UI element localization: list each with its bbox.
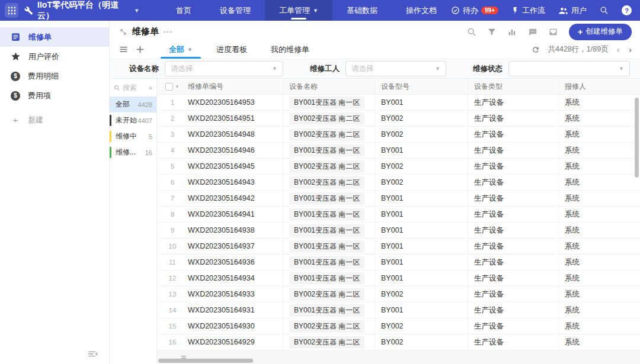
cell-reporter[interactable]: 系统 [559,159,640,174]
table-row[interactable]: 12 WXD202305164934 BY001变压器 南一区 BY001 生产… [157,270,640,286]
column-header-device-type[interactable]: 设备类型 [468,79,559,94]
cell-reporter[interactable]: 系统 [559,239,640,254]
cell-order-no[interactable]: WXD202305164951 [188,114,255,123]
add-view-button[interactable] [136,40,144,59]
cell-device-model[interactable]: BY002 [375,127,468,142]
cell-device-name-chip[interactable]: BY002变压器 南二区 [289,288,364,301]
cell-device-type[interactable]: 生产设备 [468,334,559,350]
cell-reporter[interactable]: 系统 [559,95,640,110]
cell-device-name-chip[interactable]: BY001变压器 南一区 [289,272,364,285]
cell-device-model[interactable]: BY001 [375,207,468,222]
column-header-order-no[interactable]: 维修单编号 [188,82,223,92]
group-item-not-started[interactable]: 未开始 4407 [110,112,156,128]
cell-device-type[interactable]: 生产设备 [468,143,559,158]
nav-item-home[interactable]: 首页 [162,0,206,21]
cell-device-model[interactable]: BY002 [375,286,468,302]
todo-button[interactable]: 待办 99+ [451,5,498,16]
horizontal-scrollbar[interactable] [158,359,253,363]
cell-device-name-chip[interactable]: BY001变压器 南一区 [289,256,364,269]
cell-device-name-chip[interactable]: BY002变压器 南二区 [289,336,364,349]
cell-order-no[interactable]: WXD202305164948 [188,130,255,138]
cell-device-type[interactable]: 生产设备 [468,207,559,222]
more-options-button[interactable]: ··· [164,27,173,36]
cell-device-model[interactable]: BY001 [375,191,468,206]
cell-device-type[interactable]: 生产设备 [468,286,559,302]
tab-all[interactable]: 全部 ▼ [157,40,204,59]
table-row[interactable]: 16 WXD202305164929 BY002变压器 南二区 BY002 生产… [157,334,640,350]
table-row[interactable]: 10 WXD202305164937 BY001变压器 南一区 BY001 生产… [157,239,640,255]
expand-icon[interactable] [119,28,127,36]
column-header-device-name[interactable]: 设备名称 [283,79,375,94]
sidebar-collapse-button[interactable] [88,350,98,359]
table-row[interactable]: 6 WXD202305164943 BY002变压器 南二区 BY002 生产设… [157,175,640,191]
cell-device-type[interactable]: 生产设备 [468,302,559,318]
table-row[interactable]: 2 WXD202305164951 BY002变压器 南二区 BY002 生产设… [157,111,640,127]
cell-device-type[interactable]: 生产设备 [468,270,559,286]
cell-device-model[interactable]: BY002 [375,159,468,174]
collapse-panel-icon[interactable]: « [149,84,152,91]
cell-order-no[interactable]: WXD202305164942 [188,194,255,202]
table-row[interactable]: 4 WXD202305164946 BY001变压器 南一区 BY001 生产设… [157,143,640,159]
cell-device-name-chip[interactable]: BY001变压器 南一区 [289,96,364,109]
cell-order-no[interactable]: WXD202305164931 [188,306,255,314]
cell-order-no[interactable]: WXD202305164941 [188,210,255,218]
column-header-device-model[interactable]: 设备型号 [375,79,468,94]
cell-reporter[interactable]: 系统 [559,334,640,350]
nav-item-device-mgmt[interactable]: 设备管理 [206,0,265,21]
cell-device-type[interactable]: 生产设备 [468,95,559,110]
cell-reporter[interactable]: 系统 [559,143,640,158]
cell-order-no[interactable]: WXD202305164936 [188,258,255,266]
table-row[interactable]: 3 WXD202305164948 BY002变压器 南二区 BY002 生产设… [157,127,640,143]
tab-my-repair-orders[interactable]: 我的维修单 [259,40,321,59]
table-row[interactable]: 11 WXD202305164936 BY001变压器 南一区 BY001 生产… [157,255,640,270]
cell-order-no[interactable]: WXD202305164937 [188,242,255,250]
cell-device-type[interactable]: 生产设备 [468,111,559,126]
cell-device-type[interactable]: 生产设备 [468,127,559,142]
tab-progress-board[interactable]: 进度看板 [204,40,259,59]
sidebar-item-user-ratings[interactable]: 用户评价 [0,47,109,66]
users-button[interactable]: 用户 [558,5,587,16]
comment-icon[interactable] [527,27,537,37]
cell-order-no[interactable]: WXD202305164946 [188,146,255,154]
cell-order-no[interactable]: WXD202305164938 [188,226,255,234]
table-row[interactable]: 15 WXD202305164930 BY002变压器 南二区 BY002 生产… [157,318,640,334]
cell-order-no[interactable]: WXD202305164930 [188,322,255,330]
search-icon[interactable] [467,27,476,37]
workflow-button[interactable]: 工作流 [511,5,545,16]
sidebar-item-repair-orders[interactable]: 维修单 [0,27,109,47]
cell-device-name-chip[interactable]: BY001变压器 南一区 [289,192,364,205]
cell-device-model[interactable]: BY001 [375,302,468,318]
sidebar-new-button[interactable]: + 新建 [0,110,109,130]
cell-reporter[interactable]: 系统 [559,191,640,206]
group-item-repaired[interactable]: 维修... 16 [110,144,156,160]
create-repair-order-button[interactable]: + 创建维修单 [569,24,632,40]
cell-device-name-chip[interactable]: BY001变压器 南一区 [289,304,364,317]
sidebar-item-cost-details[interactable]: $ 费用明细 [0,66,109,86]
help-button[interactable]: ? [622,5,632,15]
cell-device-model[interactable]: BY001 [375,255,468,270]
cell-reporter[interactable]: 系统 [559,127,640,142]
nav-item-docs[interactable]: 操作文档 [392,0,451,21]
cell-device-type[interactable]: 生产设备 [468,191,559,206]
cell-device-name-chip[interactable]: BY001变压器 南一区 [289,224,364,237]
nav-item-base-data[interactable]: 基础数据 [332,0,392,21]
cell-device-model[interactable]: BY001 [375,95,468,110]
cell-device-name-chip[interactable]: BY002变压器 南二区 [289,320,364,333]
table-row[interactable]: 14 WXD202305164931 BY001变压器 南一区 BY001 生产… [157,302,640,318]
cell-device-type[interactable]: 生产设备 [468,223,559,238]
cell-device-name-chip[interactable]: BY002变压器 南二区 [289,128,364,141]
cell-reporter[interactable]: 系统 [559,111,640,126]
filter-icon[interactable] [487,27,497,37]
cell-device-model[interactable]: BY002 [375,111,468,126]
filter-select-repair-status[interactable]: ▼ [508,61,630,76]
cell-reporter[interactable]: 系统 [559,255,640,270]
cell-order-no[interactable]: WXD202305164953 [188,98,255,107]
group-search[interactable]: 搜索 « [110,79,156,96]
cell-device-name-chip[interactable]: BY001变压器 南一区 [289,144,364,157]
view-list-button[interactable] [119,40,128,59]
table-row[interactable]: 1 WXD202305164953 BY001变压器 南一区 BY001 生产设… [157,95,640,111]
chevron-down-icon[interactable]: ▼ [175,84,180,89]
cell-device-model[interactable]: BY001 [375,239,468,254]
cell-order-no[interactable]: WXD202305164934 [188,274,255,282]
cell-reporter[interactable]: 系统 [559,286,640,302]
